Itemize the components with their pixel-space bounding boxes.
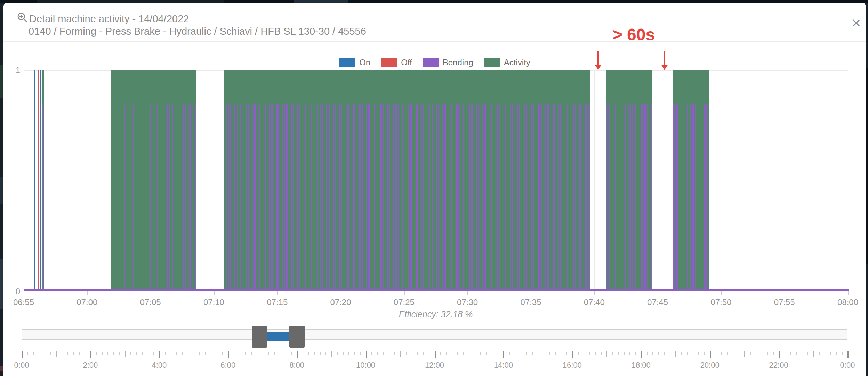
axis-tick-07:35 [531, 291, 531, 295]
ruler-minor-tick [165, 352, 166, 355]
bending-pulse [625, 104, 626, 290]
bending-pulse [706, 104, 707, 290]
bending-pulse [354, 104, 355, 290]
ruler-minor-tick [199, 352, 200, 355]
bending-pulse [705, 104, 706, 290]
ruler-minor-tick [107, 352, 108, 355]
bending-pulse [484, 104, 485, 290]
bending-pulse [259, 104, 260, 290]
ruler-minor-tick [756, 352, 756, 355]
time-range-slider-selection[interactable] [267, 332, 289, 341]
ruler-hour-tick [331, 351, 332, 357]
legend-item-activity[interactable]: Activity [484, 58, 530, 67]
gridline-07:50 [721, 70, 721, 291]
bending-pulse [380, 104, 381, 290]
bending-pulse [496, 104, 497, 290]
ruler-hour-tick [641, 351, 642, 358]
ruler-minor-tick [136, 352, 137, 355]
ruler-label-000: 0:00 [840, 361, 855, 370]
ruler-minor-tick [280, 352, 280, 355]
bending-pulse [299, 104, 300, 290]
bending-pulse [687, 104, 688, 290]
axis-tick-06:55 [24, 291, 24, 295]
x-axis-label: 07:30 [457, 297, 478, 307]
bending-pulse [693, 104, 694, 290]
ruler-label-1200: 12:00 [425, 361, 444, 370]
ruler-minor-tick [360, 352, 361, 355]
bending-pulse [246, 104, 247, 290]
bending-pulse [459, 104, 460, 290]
ruler-minor-tick [303, 352, 303, 355]
ruler-hour-tick [56, 351, 57, 357]
ruler-minor-tick [767, 352, 768, 355]
bending-pulse [708, 104, 709, 290]
ruler-minor-tick [618, 352, 619, 355]
gridline-07:10 [214, 70, 214, 291]
ruler-minor-tick [790, 352, 791, 355]
legend-label: Off [401, 58, 412, 67]
bending-pulse [431, 104, 432, 290]
bending-pulse [704, 104, 705, 290]
close-icon[interactable]: × [849, 15, 864, 31]
bending-pulse [497, 104, 498, 290]
time-range-slider-track[interactable] [22, 329, 847, 340]
annotation-gt60s-label: > 60s [613, 25, 655, 44]
bending-pulse [558, 104, 559, 290]
bending-pulse [185, 104, 186, 290]
background-sidebar-item [0, 177, 3, 204]
bending-pulse [442, 104, 443, 290]
bending-pulse [526, 104, 527, 290]
bending-pulse [697, 104, 698, 290]
x-axis-label: 08:00 [837, 297, 858, 307]
bending-pulse [353, 104, 354, 290]
ruler-label-200: 2:00 [83, 361, 98, 370]
bending-pulse [463, 104, 464, 290]
modal-header: Detail machine activity - 14/04/2022 014… [3, 3, 866, 42]
ruler-minor-tick [383, 352, 384, 355]
bending-pulse [242, 104, 243, 290]
bending-pulse [408, 104, 409, 290]
ruler-minor-tick [463, 352, 464, 355]
bending-pulse [230, 104, 231, 290]
bending-pulse [416, 104, 417, 290]
x-axis-label: 07:50 [710, 297, 731, 307]
legend-item-bending[interactable]: Bending [423, 58, 473, 67]
bending-pulse [450, 104, 451, 290]
legend-swatch-bending [423, 58, 439, 67]
ruler-minor-tick [739, 352, 739, 355]
bending-pulse [553, 104, 554, 290]
slider-handle-left[interactable] [252, 326, 267, 348]
ruler-hour-tick [22, 351, 23, 358]
bending-pulse [673, 104, 674, 290]
ruler-minor-tick [337, 352, 338, 355]
axis-tick-07:50 [721, 291, 722, 295]
gridline-07:40 [594, 70, 595, 291]
ruler-minor-tick [240, 352, 240, 355]
bending-pulse [560, 104, 561, 290]
legend-item-off[interactable]: Off [381, 58, 412, 67]
x-axis-line [24, 291, 849, 291]
legend-item-on[interactable]: On [339, 58, 370, 67]
slider-handle-right[interactable] [289, 326, 305, 348]
modal-subtitle: 0140 / Forming - Press Brake - Hydraulic… [29, 26, 366, 37]
bending-pulse [411, 104, 412, 290]
activity-block [224, 70, 590, 290]
bending-pulse [178, 104, 179, 290]
background-sidebar-active-item [0, 65, 3, 98]
ruler-label-1400: 14:00 [494, 361, 513, 370]
ruler-minor-tick [480, 352, 481, 355]
bending-pulse [579, 104, 580, 290]
axis-tick-08:00 [848, 291, 849, 295]
ruler-minor-tick [624, 352, 625, 355]
ruler-minor-tick [291, 352, 292, 355]
bending-pulse [284, 104, 285, 290]
bending-pulse [471, 104, 472, 290]
ruler-minor-tick [142, 352, 143, 355]
bending-pulse [341, 104, 342, 290]
background-top-tab-remnant [294, 0, 348, 3]
arrow-head [661, 65, 668, 70]
ruler-minor-tick [526, 352, 527, 355]
ruler-minor-tick [130, 352, 131, 355]
bending-pulse [348, 104, 349, 290]
bending-pulse [320, 104, 321, 290]
